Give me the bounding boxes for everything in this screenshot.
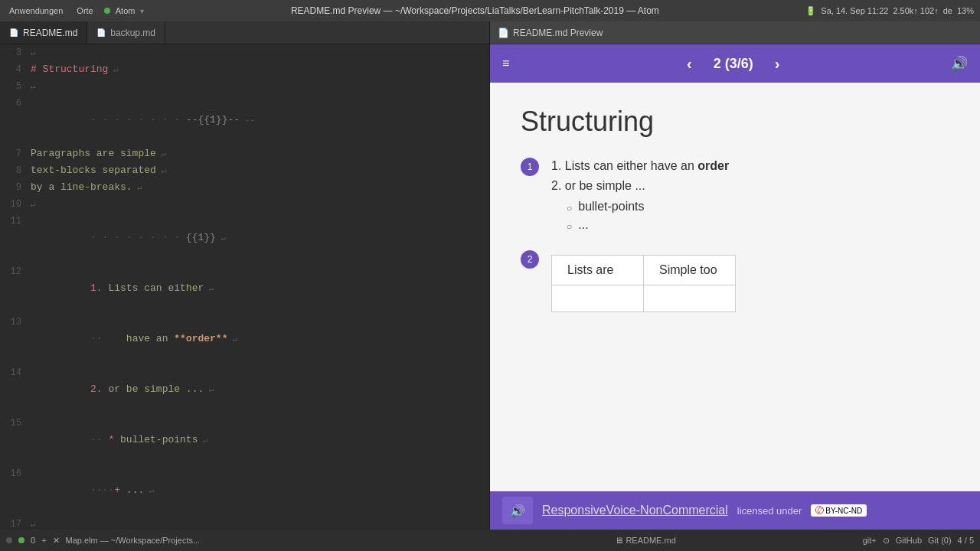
editor-line: 14 2. or be simple ... ↵: [0, 364, 489, 415]
footer-github-label[interactable]: GitHub: [896, 536, 922, 545]
voice-icon: 🔊: [510, 504, 525, 518]
bullet-text-1: bullet-points: [578, 200, 644, 214]
section2-content: Lists are Simple too: [551, 249, 949, 312]
system-bar-left: Anwendungen Orte Atom ▾: [6, 6, 144, 15]
footer-center: 🖥 README.md: [434, 536, 856, 545]
footer-bar: 0 + ✕ Map.elm — ~/Workspace/Projects... …: [0, 530, 980, 551]
table-cell-2-2: [644, 285, 736, 312]
readme-tab-icon: 📄: [9, 28, 18, 37]
system-bar-stats: 2.50k↑ 102↑: [893, 6, 938, 15]
footer-center-label: README.md: [626, 536, 675, 545]
line-content: ·· have an **order** ↵: [31, 314, 489, 364]
line-content: · · · · · · · · --{{1}}-- --: [31, 95, 489, 145]
license-link[interactable]: ResponsiveVoice-NonCommercial: [542, 504, 728, 517]
table-row-1: Lists are Simple too: [552, 256, 736, 285]
system-bar-title: README.md Preview — ~/Workspace/Projects…: [153, 5, 796, 16]
footer-right: git+ ⊙ GitHub Git (0) 4 / 5: [863, 536, 974, 546]
editor-line: 15 ·· * bullet-points ↵: [0, 415, 489, 465]
line-number: 13: [0, 314, 31, 331]
footer-add-icon[interactable]: +: [41, 536, 46, 545]
line-number: 15: [0, 415, 31, 432]
list-item-2: 2. or be simple ...: [551, 176, 949, 196]
line-content: 2. or be simple ... ↵: [31, 364, 489, 415]
cc-icon: 🄫: [815, 506, 824, 515]
preview-tab-label: README.md Preview: [513, 28, 603, 38]
table-cell-1-2: Simple too: [644, 256, 736, 285]
line-number: 6: [0, 95, 31, 112]
editor-line: 10 ↵: [0, 196, 489, 213]
editor-line: 3 ↵: [0, 44, 489, 61]
footer-preview-icon: 🖥: [615, 536, 623, 545]
editor-line: 16 ····+ ... ↵: [0, 465, 489, 516]
tab-backup[interactable]: 📄 backup.md: [87, 21, 165, 44]
atom-dot: [104, 8, 110, 14]
line-number: 14: [0, 364, 31, 381]
bullet-text-2: ...: [578, 218, 588, 232]
bullet-circle-2: ○: [567, 221, 572, 232]
voice-button[interactable]: 🔊: [502, 497, 533, 524]
line-number: 16: [0, 465, 31, 482]
bullet-item-2: ○ ...: [567, 218, 949, 232]
editor-line: 7 Paragraphs are simple ↵: [0, 145, 489, 162]
line-content: · · · · · · · · {{1}} ↵: [31, 213, 489, 263]
editor-line: 13 ·· have an **order** ↵: [0, 314, 489, 364]
table-row-2: [552, 285, 736, 312]
nav-prev-button[interactable]: ‹: [681, 52, 698, 76]
slide-section-1: 1 1. Lists can either have an order 2. o…: [521, 156, 949, 236]
license-badge: 🄫 BY-NC-ND: [811, 504, 867, 517]
preview-tab-bar: 📄 README.md Preview: [490, 21, 980, 44]
line-number: 11: [0, 213, 31, 230]
footer-git-label[interactable]: Git (0): [928, 536, 952, 545]
line-content: ↵: [31, 78, 489, 95]
line-number: 8: [0, 162, 31, 179]
footer-git-plus: git+: [863, 536, 877, 545]
footer-github-icon: ⊙: [883, 536, 890, 546]
line-number: 3: [0, 44, 31, 61]
line-content: ·· * bullet-points ↵: [31, 415, 489, 465]
editor-line: 17 ↵: [0, 516, 489, 530]
editor-line: 12 1. Lists can either ↵: [0, 263, 489, 314]
editor-line: 6 · · · · · · · · --{{1}}-- --: [0, 95, 489, 145]
footer-tab-count: 0: [31, 536, 35, 545]
system-bar-layout: de: [943, 6, 952, 15]
footer-file-label: Map.elm — ~/Workspace/Projects...: [66, 536, 201, 545]
atom-chevron: ▾: [140, 7, 144, 15]
preview-tab-icon: 📄: [498, 28, 509, 38]
system-bar-battery: 13%: [957, 6, 974, 15]
main-area: 📄 README.md 📄 backup.md 3 ↵ 4 # Structur…: [0, 21, 980, 530]
atom-indicator: Atom ▾: [104, 6, 145, 15]
system-bar-datetime: Sa, 14. Sep 11:22: [821, 6, 888, 15]
list-item-1: 1. Lists can either have an order: [551, 156, 949, 176]
preview-tab[interactable]: 📄 README.md Preview: [498, 28, 603, 38]
editor-line: 9 by a line-breaks. ↵: [0, 179, 489, 196]
editor-content[interactable]: 3 ↵ 4 # Structuring ↵ 5 ↵ 6 · · · · · · …: [0, 44, 489, 530]
nav-next-button[interactable]: ›: [769, 52, 786, 76]
section-num-1: 1: [521, 158, 539, 176]
bullet-item-1: ○ bullet-points: [567, 200, 949, 214]
line-content: 1. Lists can either ↵: [31, 263, 489, 314]
line-number: 12: [0, 263, 31, 280]
line-number: 5: [0, 78, 31, 95]
editor-line: 4 # Structuring ↵: [0, 61, 489, 78]
line-content: text-blocks separated ↵: [31, 162, 489, 179]
table-cell-1-1: Lists are: [552, 256, 644, 285]
slide-section-2: 2 Lists are Simple too: [521, 249, 949, 312]
nav-menu-icon[interactable]: ≡: [502, 57, 509, 70]
menu-anwendungen[interactable]: Anwendungen: [6, 6, 66, 15]
section1-content: 1. Lists can either have an order 2. or …: [551, 156, 949, 236]
editor-line: 5 ↵: [0, 78, 489, 95]
readme-tab-label: README.md: [23, 28, 77, 38]
nav-page-number: 2 (3/6): [704, 56, 763, 72]
preview-pane: 📄 README.md Preview ≡ ‹ 2 (3/6) › 🔊 Stru…: [490, 21, 980, 530]
preview-content: Structuring 1 1. Lists can either have a…: [490, 83, 980, 491]
menu-orte[interactable]: Orte: [74, 6, 96, 15]
line-content: Paragraphs are simple ↵: [31, 145, 489, 162]
footer-page-num: 4 / 5: [958, 536, 974, 545]
editor-line: 11 · · · · · · · · {{1}} ↵: [0, 213, 489, 263]
nav-voice-icon[interactable]: 🔊: [951, 55, 968, 72]
preview-footer: 🔊 ResponsiveVoice-NonCommercial licensed…: [490, 491, 980, 530]
tab-readme[interactable]: 📄 README.md: [0, 21, 87, 44]
cc-text: BY-NC-ND: [825, 507, 862, 515]
footer-close-icon[interactable]: ✕: [53, 536, 60, 546]
menu-atom[interactable]: Atom: [113, 6, 139, 15]
